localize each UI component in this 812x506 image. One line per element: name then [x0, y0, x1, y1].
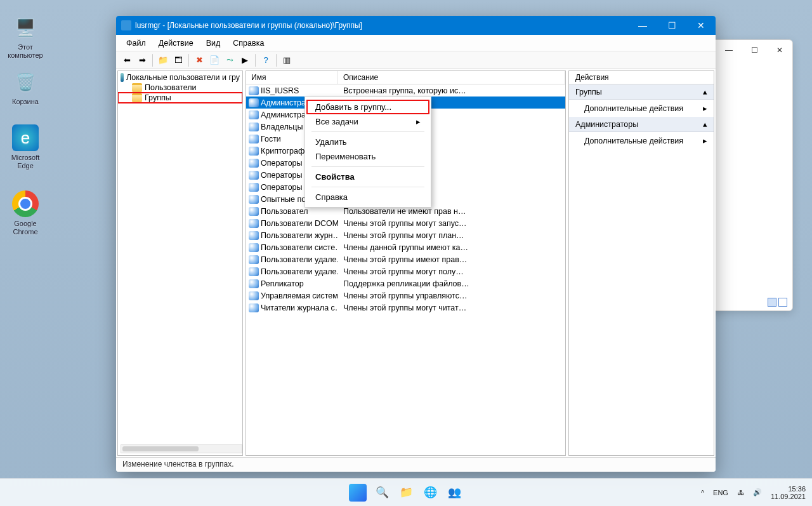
close-button[interactable]: ✕	[767, 41, 792, 59]
desktop-icon-edge[interactable]: eMicrosoft Edge	[1, 124, 49, 170]
separator	[276, 54, 277, 67]
group-row[interactable]: Пользователи журн…Члены этой группы могу…	[246, 229, 565, 241]
group-row[interactable]: Пользователи удале…Члены этой группы име…	[246, 253, 565, 265]
minimize-button[interactable]: —	[628, 16, 657, 35]
context-menu: Добавить в группу...Все задачи▸УдалитьПе…	[304, 97, 431, 208]
context-item[interactable]: Удалить	[306, 135, 429, 149]
forward-icon[interactable]: ➡	[135, 53, 149, 67]
group-icon	[249, 219, 259, 228]
action-more[interactable]: Дополнительные действия▸	[569, 132, 714, 149]
group-row[interactable]: РепликаторПоддержка репликации файлов…	[246, 277, 565, 290]
maximize-button[interactable]: ☐	[657, 16, 686, 35]
separator	[255, 54, 256, 67]
context-item[interactable]: Все задачи▸	[306, 114, 429, 129]
properties-icon[interactable]: 🗔	[171, 53, 185, 67]
edge-icon[interactable]: 🌐	[421, 484, 439, 502]
context-item[interactable]: Свойства	[306, 170, 429, 184]
menu-action[interactable]: Действие	[154, 37, 199, 50]
group-icon	[249, 255, 259, 264]
chevron-right-icon: ▸	[703, 103, 707, 113]
tray-language[interactable]: ENG	[713, 489, 728, 496]
action-section-admins[interactable]: Администраторы▴	[569, 117, 714, 132]
group-icon	[249, 207, 259, 216]
group-icon	[249, 243, 259, 252]
group-icon	[249, 110, 259, 119]
group-row[interactable]: Пользователи систе…Члены данной группы и…	[246, 241, 565, 253]
collapse-icon: ▴	[703, 119, 707, 129]
horizontal-scrollbar[interactable]	[121, 444, 242, 453]
search-icon[interactable]: 🔍	[373, 484, 391, 502]
view-mode-icon[interactable]	[768, 298, 776, 307]
group-icon	[249, 267, 259, 276]
separator	[311, 166, 424, 167]
actions-pane: Действия Группы▴ Дополнительные действия…	[568, 70, 714, 456]
statusbar: Изменение членства в группах.	[116, 458, 716, 472]
minimize-button[interactable]: —	[716, 41, 742, 59]
titlebar[interactable]: lusrmgr - [Локальные пользователи и груп…	[116, 16, 716, 35]
explorer-icon[interactable]: 📁	[397, 484, 415, 502]
menu-file[interactable]: Файл	[121, 37, 151, 50]
action-section-groups[interactable]: Группы▴	[569, 84, 714, 100]
group-icon	[249, 159, 259, 168]
collapse-icon: ▴	[703, 87, 707, 97]
group-icon	[249, 123, 259, 131]
tray-volume-icon[interactable]: 🔊	[753, 488, 762, 496]
context-item[interactable]: Переименовать	[306, 149, 429, 164]
monitor-icon: 🖥️	[12, 14, 39, 41]
menu-view[interactable]: Вид	[201, 37, 226, 50]
tree-item-groups[interactable]: Группы	[118, 93, 242, 103]
app-icon	[121, 20, 131, 30]
folder-up-icon[interactable]: 📁	[156, 53, 170, 67]
help-icon[interactable]: ?	[259, 53, 273, 67]
lusrmgr-icon[interactable]: 👥	[445, 484, 463, 502]
desktop-icon-this-pc[interactable]: 🖥️Этот компьютер	[1, 14, 49, 60]
context-item[interactable]: Добавить в группу...	[306, 100, 429, 114]
desktop-icon-recycle[interactable]: 🗑️Корзина	[1, 69, 49, 106]
close-button[interactable]: ✕	[686, 16, 716, 35]
delete-icon[interactable]: ✖	[192, 53, 206, 67]
group-row[interactable]: Читатели журнала с…Члены этой группы мог…	[246, 302, 565, 314]
group-row[interactable]: Управляемая систем…Члены этой группы упр…	[246, 290, 565, 302]
view-mode-icon[interactable]	[778, 298, 787, 307]
recycle-icon: 🗑️	[12, 69, 39, 95]
group-row[interactable]: Пользователи DCOMЧлены этой группы могут…	[246, 217, 565, 229]
tray-network-icon[interactable]: 🖧	[737, 489, 744, 496]
chrome-icon	[12, 190, 39, 217]
back-icon[interactable]: ⬅	[120, 53, 134, 67]
tree-item-users[interactable]: Пользователи	[118, 83, 242, 93]
computer-icon	[121, 73, 124, 82]
taskbar: 🔍 📁 🌐 👥 ^ ENG 🖧 🔊 15:36 11.09.2021	[0, 478, 812, 506]
tray-clock[interactable]: 15:36 11.09.2021	[771, 485, 806, 500]
desktop-icon-chrome[interactable]: Google Chrome	[1, 190, 49, 236]
group-row[interactable]: Пользователи удале…Члены этой группы мог…	[246, 265, 565, 277]
chevron-right-icon: ▸	[703, 136, 707, 145]
separator	[152, 54, 153, 67]
list-view-icon[interactable]: ▥	[280, 53, 294, 67]
refresh-icon[interactable]: 📄	[207, 53, 221, 67]
tray-chevron-icon[interactable]: ^	[701, 489, 704, 496]
lusrmgr-window: lusrmgr - [Локальные пользователи и груп…	[116, 16, 716, 472]
group-row[interactable]: IIS_IUSRSВстроенная группа, которую ис…	[246, 84, 565, 97]
system-tray: ^ ENG 🖧 🔊 15:36 11.09.2021	[701, 485, 806, 500]
col-desc[interactable]: Описание	[338, 71, 565, 84]
start-button[interactable]	[349, 484, 367, 502]
group-icon	[249, 86, 259, 95]
group-icon	[249, 195, 259, 204]
tree-root[interactable]: Локальные пользователи и гру	[118, 72, 242, 83]
separator	[311, 131, 424, 132]
maximize-button[interactable]: ☐	[742, 41, 767, 59]
group-icon	[249, 303, 259, 312]
menu-help[interactable]: Справка	[228, 37, 269, 50]
group-icon	[249, 279, 259, 288]
actions-header: Действия	[569, 71, 714, 84]
separator	[311, 187, 424, 187]
context-item[interactable]: Справка	[306, 190, 429, 204]
tree-pane: Локальные пользователи и гру Пользовател…	[117, 70, 243, 456]
export-icon[interactable]: ⤳	[223, 53, 237, 67]
edge-icon: e	[12, 124, 39, 151]
chevron-right-icon: ▸	[416, 117, 421, 126]
group-icon	[249, 291, 259, 300]
col-name[interactable]: Имя	[246, 71, 338, 84]
action-more[interactable]: Дополнительные действия▸	[569, 100, 714, 117]
run-icon[interactable]: ▶	[238, 53, 252, 67]
